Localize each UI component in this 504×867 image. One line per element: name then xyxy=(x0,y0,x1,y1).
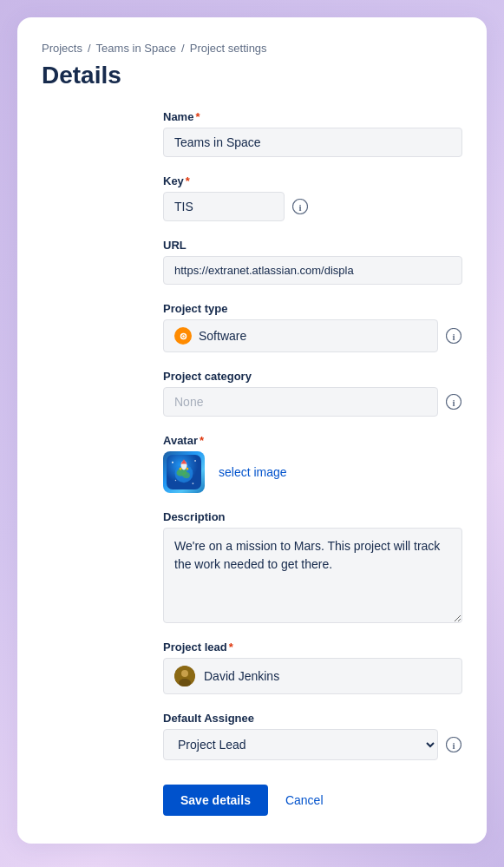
save-button[interactable]: Save details xyxy=(163,785,268,816)
key-required: * xyxy=(186,174,190,187)
project-lead-name: David Jenkins xyxy=(204,669,279,683)
description-field-group: Description We're on a mission to Mars. … xyxy=(163,510,462,623)
avatar-section: select image xyxy=(163,451,462,493)
key-field-group: Key* i xyxy=(163,174,462,221)
svg-text:i: i xyxy=(298,202,301,213)
page-title: Details xyxy=(42,62,462,89)
project-type-display: Software xyxy=(163,319,438,352)
name-field-group: Name* xyxy=(163,110,462,157)
svg-point-13 xyxy=(194,460,196,462)
svg-point-14 xyxy=(175,480,176,481)
svg-point-21 xyxy=(181,670,188,677)
user-avatar xyxy=(174,666,195,686)
svg-text:i: i xyxy=(452,332,455,342)
project-lead-field-group: Project lead* David Jenkins xyxy=(163,640,462,694)
avatar-required: * xyxy=(200,434,204,447)
default-assignee-select[interactable]: Project Lead Unassigned xyxy=(163,729,438,760)
project-type-info-icon[interactable]: i xyxy=(445,327,462,345)
project-type-field-group: Project type Software i xyxy=(163,302,462,352)
url-input[interactable] xyxy=(163,256,462,285)
svg-point-12 xyxy=(172,462,173,463)
project-type-icon xyxy=(174,327,192,345)
name-input[interactable] xyxy=(163,128,462,157)
avatar-label: Avatar* xyxy=(163,434,462,447)
breadcrumb-settings: Project settings xyxy=(190,42,267,55)
url-label: URL xyxy=(163,239,462,252)
settings-card: Projects / Teams in Space / Project sett… xyxy=(17,17,487,844)
project-type-value: Software xyxy=(199,329,246,343)
default-assignee-field-group: Default Assignee Project Lead Unassigned… xyxy=(163,712,462,760)
avatar[interactable] xyxy=(163,451,205,493)
default-assignee-info-icon[interactable]: i xyxy=(445,736,462,753)
breadcrumb: Projects / Teams in Space / Project sett… xyxy=(42,42,462,55)
description-label: Description xyxy=(163,510,462,523)
breadcrumb-sep2: / xyxy=(181,42,185,55)
svg-text:i: i xyxy=(452,740,455,751)
breadcrumb-projects[interactable]: Projects xyxy=(42,42,82,55)
svg-point-15 xyxy=(193,483,194,484)
svg-point-3 xyxy=(182,335,184,337)
url-field-group: URL xyxy=(163,239,462,285)
breadcrumb-space[interactable]: Teams in Space xyxy=(96,42,177,55)
key-row: i xyxy=(163,192,462,221)
select-image-link[interactable]: select image xyxy=(219,465,287,479)
key-label: Key* xyxy=(163,174,462,187)
key-input[interactable] xyxy=(163,192,285,221)
project-category-input[interactable] xyxy=(163,387,438,417)
form: Name* Key* i URL xyxy=(42,110,462,816)
cancel-button[interactable]: Cancel xyxy=(282,785,327,816)
key-info-icon[interactable]: i xyxy=(291,198,309,215)
project-type-row: Software i xyxy=(163,319,462,352)
svg-text:i: i xyxy=(452,397,455,408)
project-lead-required: * xyxy=(229,640,233,654)
project-type-label: Project type xyxy=(163,302,462,315)
default-assignee-row: Project Lead Unassigned i xyxy=(163,729,462,760)
svg-rect-18 xyxy=(180,468,182,470)
description-textarea[interactable]: We're on a mission to Mars. This project… xyxy=(163,528,462,623)
name-required: * xyxy=(195,110,200,123)
project-category-field-group: Project category i xyxy=(163,370,462,417)
project-category-label: Project category xyxy=(163,370,462,383)
name-label: Name* xyxy=(163,110,462,123)
default-assignee-label: Default Assignee xyxy=(163,712,462,725)
user-avatar-inner xyxy=(174,666,195,686)
breadcrumb-sep1: / xyxy=(88,42,91,55)
project-category-row: i xyxy=(163,387,462,417)
project-category-info-icon[interactable]: i xyxy=(445,393,462,411)
project-lead-input[interactable]: David Jenkins xyxy=(163,658,462,694)
project-lead-label: Project lead* xyxy=(163,640,462,654)
form-actions: Save details Cancel xyxy=(163,785,462,816)
avatar-field-group: Avatar* xyxy=(163,434,462,493)
svg-rect-19 xyxy=(187,468,189,470)
